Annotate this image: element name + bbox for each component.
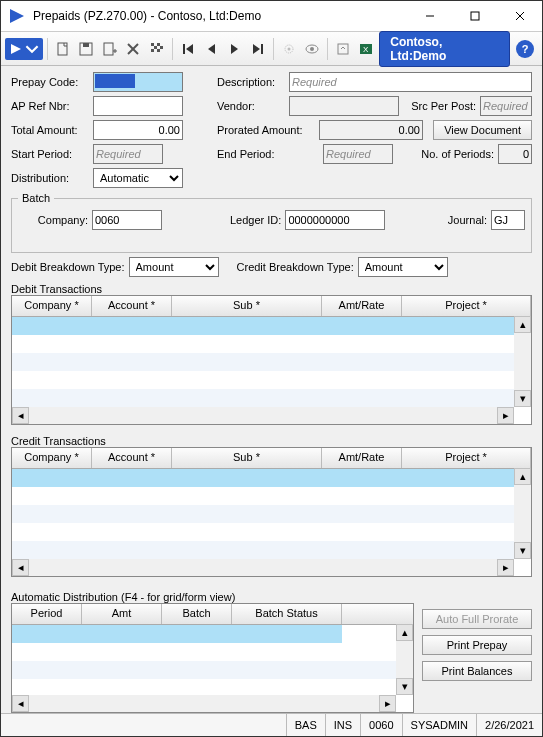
col-header[interactable]: Account * bbox=[92, 448, 172, 468]
batch-company-input[interactable] bbox=[92, 210, 162, 230]
svg-marker-5 bbox=[11, 44, 21, 54]
src-per-post-input bbox=[480, 96, 532, 116]
v-scrollbar[interactable]: ▴▾ bbox=[514, 468, 531, 559]
table-row[interactable] bbox=[12, 643, 413, 661]
last-record-button[interactable] bbox=[247, 38, 269, 60]
table-row[interactable] bbox=[12, 625, 342, 643]
journal-label: Journal: bbox=[448, 214, 487, 226]
table-row[interactable] bbox=[12, 353, 531, 371]
first-record-button[interactable] bbox=[177, 38, 199, 60]
help-button[interactable]: ? bbox=[516, 40, 534, 58]
h-scrollbar[interactable]: ◂▸ bbox=[12, 559, 514, 576]
form-area: Prepay Code: Description: AP Ref Nbr: Ve… bbox=[1, 66, 542, 713]
print-balances-button[interactable]: Print Balances bbox=[422, 661, 532, 681]
svg-marker-23 bbox=[231, 44, 238, 54]
new-button[interactable] bbox=[52, 38, 74, 60]
batch-legend: Batch bbox=[18, 192, 54, 204]
total-amount-input[interactable] bbox=[93, 120, 183, 140]
credit-breakdown-select[interactable]: Amount bbox=[358, 257, 448, 277]
close-button[interactable] bbox=[497, 2, 542, 31]
status-user: SYSADMIN bbox=[402, 714, 476, 736]
print-prepay-button[interactable]: Print Prepay bbox=[422, 635, 532, 655]
col-header[interactable]: Amt/Rate bbox=[322, 296, 402, 316]
auto-full-prorate-button: Auto Full Prorate bbox=[422, 609, 532, 629]
credit-grid[interactable]: Company * Account * Sub * Amt/Rate Proje… bbox=[11, 447, 532, 577]
col-header[interactable]: Amt/Rate bbox=[322, 448, 402, 468]
col-header[interactable]: Project * bbox=[402, 448, 531, 468]
col-header[interactable]: Sub * bbox=[172, 448, 322, 468]
save-template-button[interactable] bbox=[99, 38, 121, 60]
h-scrollbar[interactable]: ◂▸ bbox=[12, 407, 514, 424]
col-header[interactable]: Project * bbox=[402, 296, 531, 316]
col-header[interactable]: Sub * bbox=[172, 296, 322, 316]
h-scrollbar[interactable]: ◂▸ bbox=[12, 695, 396, 712]
debit-grid-title: Debit Transactions bbox=[11, 283, 532, 295]
save-template-icon bbox=[102, 41, 118, 57]
prev-record-button[interactable] bbox=[200, 38, 222, 60]
credit-breakdown-label: Credit Breakdown Type: bbox=[237, 261, 354, 273]
svg-point-27 bbox=[287, 47, 290, 50]
maximize-button[interactable] bbox=[452, 2, 497, 31]
debit-grid[interactable]: Company * Account * Sub * Amt/Rate Proje… bbox=[11, 295, 532, 425]
target-button[interactable] bbox=[278, 38, 300, 60]
table-row[interactable] bbox=[12, 505, 531, 523]
vendor-input bbox=[289, 96, 399, 116]
col-header[interactable]: Company * bbox=[12, 296, 92, 316]
ap-ref-nbr-input[interactable] bbox=[93, 96, 183, 116]
company-badge[interactable]: Contoso, Ltd:Demo bbox=[379, 31, 510, 67]
table-row[interactable] bbox=[12, 523, 531, 541]
v-scrollbar[interactable]: ▴▾ bbox=[396, 624, 413, 695]
distribution-select[interactable]: Automatic bbox=[93, 168, 183, 188]
col-header[interactable]: Account * bbox=[92, 296, 172, 316]
svg-marker-22 bbox=[208, 44, 215, 54]
svg-rect-17 bbox=[160, 46, 163, 49]
statusbar: BAS INS 0060 SYSADMIN 2/26/2021 bbox=[1, 713, 542, 736]
svg-rect-9 bbox=[104, 43, 113, 55]
table-row[interactable] bbox=[12, 661, 413, 679]
col-header[interactable]: Batch bbox=[162, 604, 232, 624]
start-period-input bbox=[93, 144, 163, 164]
save-button[interactable] bbox=[76, 38, 98, 60]
no-of-periods-input bbox=[498, 144, 532, 164]
table-row[interactable] bbox=[12, 469, 531, 487]
minimize-button[interactable] bbox=[407, 2, 452, 31]
description-input[interactable] bbox=[289, 72, 532, 92]
col-header[interactable]: Period bbox=[12, 604, 82, 624]
credit-grid-title: Credit Transactions bbox=[11, 435, 532, 447]
ledger-id-label: Ledger ID: bbox=[230, 214, 281, 226]
status-mode1: BAS bbox=[286, 714, 325, 736]
chevron-down-icon bbox=[25, 42, 39, 56]
table-row[interactable] bbox=[12, 317, 531, 335]
col-header[interactable]: Batch Status bbox=[232, 604, 342, 624]
export-button[interactable] bbox=[332, 38, 354, 60]
excel-button[interactable]: X bbox=[356, 38, 378, 60]
last-icon bbox=[250, 41, 266, 57]
no-of-periods-label: No. of Periods: bbox=[421, 148, 494, 160]
svg-rect-6 bbox=[58, 43, 67, 55]
table-row[interactable] bbox=[12, 389, 531, 407]
prorated-amount-label: Prorated Amount: bbox=[217, 124, 315, 136]
ledger-id-input[interactable] bbox=[285, 210, 385, 230]
delete-button[interactable] bbox=[123, 38, 145, 60]
journal-input[interactable] bbox=[491, 210, 525, 230]
col-header[interactable]: Amt bbox=[82, 604, 162, 624]
app-logo-icon bbox=[7, 6, 27, 26]
v-scrollbar[interactable]: ▴▾ bbox=[514, 316, 531, 407]
table-row[interactable] bbox=[12, 541, 531, 559]
auto-dist-grid[interactable]: Period Amt Batch Batch Status ▴▾ ◂▸ bbox=[11, 603, 414, 713]
new-doc-icon bbox=[55, 41, 71, 57]
debit-breakdown-select[interactable]: Amount bbox=[129, 257, 219, 277]
finish-button[interactable] bbox=[146, 38, 168, 60]
view-document-button[interactable]: View Document bbox=[433, 120, 532, 140]
table-row[interactable] bbox=[12, 487, 531, 505]
col-header[interactable]: Company * bbox=[12, 448, 92, 468]
app-menu-button[interactable] bbox=[5, 38, 43, 60]
view-button[interactable] bbox=[302, 38, 324, 60]
table-row[interactable] bbox=[12, 371, 531, 389]
end-period-input bbox=[323, 144, 393, 164]
next-record-button[interactable] bbox=[224, 38, 246, 60]
svg-marker-21 bbox=[186, 44, 193, 54]
window-title: Prepaids (PZ.270.00) - Contoso, Ltd:Demo bbox=[33, 9, 407, 23]
excel-icon: X bbox=[358, 41, 374, 57]
table-row[interactable] bbox=[12, 335, 531, 353]
